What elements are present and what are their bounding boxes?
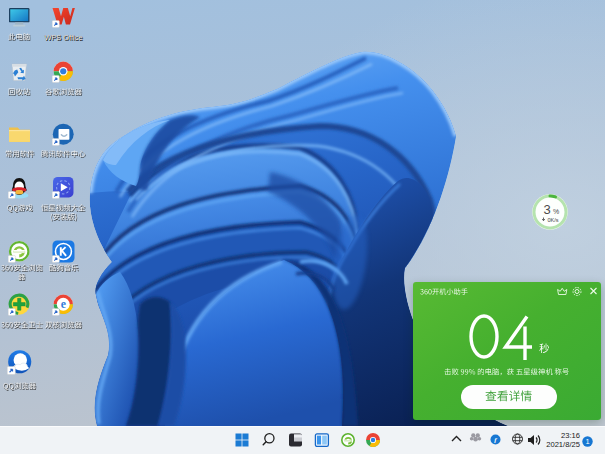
svg-text:1: 1 <box>585 437 589 446</box>
svg-text:e: e <box>61 298 66 311</box>
svg-text:%: % <box>553 208 559 215</box>
svg-text:0K/s: 0K/s <box>547 217 558 223</box>
svg-text:3: 3 <box>543 202 550 217</box>
